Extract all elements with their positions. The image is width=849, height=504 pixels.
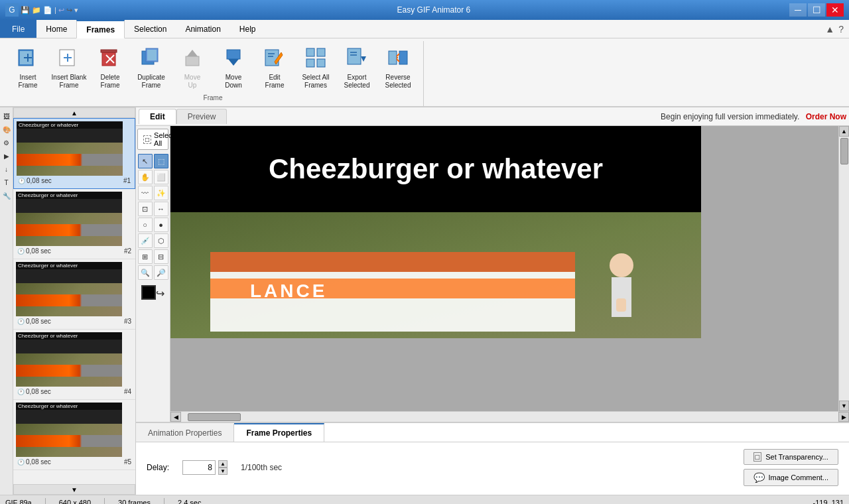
titlebar-left: G 💾 📁 📄 | ↩ ↪ ▾ (5, 3, 78, 17)
sidebar-tool-3[interactable]: ⚙ (1, 137, 13, 149)
eyedropper-tool[interactable]: 💉 (138, 233, 153, 248)
canvas-black-top: Cheezburger or whatever (170, 126, 701, 212)
move-down-button[interactable]: Move Down (214, 44, 253, 93)
sidebar-tool-4[interactable]: ▶ (1, 150, 13, 162)
scroll-thumb-h[interactable] (188, 413, 241, 421)
duplicate-frame-button[interactable]: Duplicate Frame (131, 44, 171, 93)
image-comment-button[interactable]: 💬 Image Comment... (744, 469, 838, 486)
svg-point-38 (610, 253, 633, 277)
menu-animation[interactable]: Animation (176, 20, 229, 38)
hand-tool[interactable]: ✋ (138, 170, 153, 184)
frame-item-4[interactable]: Cheezburger or whatever 🕐 0,08 sec #4 (13, 330, 135, 400)
close-button[interactable]: ✕ (826, 3, 844, 17)
tool-pair-5: ○ ● (138, 218, 168, 232)
menu-file[interactable]: File (0, 20, 36, 38)
frame-item-1[interactable]: Cheezburger or whatever 🕐 0,08 sec #1 (13, 118, 135, 189)
image-comment-label: Image Comment... (769, 473, 828, 481)
status-frames: 30 frames (118, 499, 151, 505)
svg-rect-29 (389, 51, 397, 64)
frame-properties-tab[interactable]: Frame Properties (234, 423, 324, 442)
frame-item-2[interactable]: Cheezburger or whatever 🕐 0,08 sec #2 (13, 189, 135, 259)
sidebar-tool-1[interactable]: 🖼 (1, 110, 13, 122)
status-duration: 2,4 sec (178, 499, 201, 505)
clock-icon-1: 🕐 (18, 178, 25, 184)
lasso-tool[interactable]: 〰 (138, 186, 153, 200)
status-file-type: GIF 89a (5, 499, 32, 505)
frame-num-4: #4 (124, 388, 131, 395)
sidebar-tool-5[interactable]: ↓ (1, 163, 13, 175)
frame-item-3[interactable]: Cheezburger or whatever 🕐 0,08 sec #3 (13, 259, 135, 330)
insert-blank-frame-button[interactable]: Insert Blank Frame (49, 44, 89, 93)
frames-list: Cheezburger or whatever 🕐 0,08 sec #1 Ch… (13, 118, 135, 484)
frames-scroll-up[interactable]: ▲ (13, 107, 135, 118)
preview-tab[interactable]: Preview (176, 109, 228, 124)
canvas-scrollbar-vertical[interactable]: ▲ ▼ (838, 126, 849, 411)
edit-frame-button[interactable]: Edit Frame (255, 44, 294, 93)
insert-blank-frame-label: Insert Blank Frame (52, 74, 87, 90)
sidebar-tool-6[interactable]: T (1, 176, 13, 188)
insert-frame-button[interactable]: Insert Frame (8, 44, 48, 93)
menu-selection[interactable]: Selection (125, 20, 176, 38)
delay-spin-down[interactable]: ▼ (218, 468, 228, 475)
duplicate-frame-label: Duplicate Frame (137, 74, 165, 90)
menu-help[interactable]: Help (230, 20, 265, 38)
scroll-up-arrow[interactable]: ▲ (839, 126, 849, 137)
scroll-right-arrow[interactable]: ▶ (838, 412, 849, 422)
zoom-out-tool[interactable]: 🔎 (154, 265, 168, 280)
swap-colors-arrow[interactable]: ↪ (156, 287, 164, 300)
scroll-down-arrow[interactable]: ▼ (839, 401, 849, 411)
svg-text:LANCE: LANCE (250, 281, 327, 301)
collapse-ribbon-btn[interactable]: ▲ (825, 24, 834, 34)
canvas-scrollbar-horizontal[interactable]: ◀ ▶ (170, 411, 849, 422)
transform-tool[interactable]: ⊞ (138, 249, 153, 264)
animation-properties-tab[interactable]: Animation Properties (136, 423, 234, 442)
distort-tool[interactable]: ⊟ (154, 249, 168, 264)
maximize-button[interactable]: ☐ (808, 3, 825, 17)
set-transparency-button[interactable]: □ Set Transparency... (744, 449, 838, 465)
move-tool[interactable]: ↔ (154, 202, 168, 216)
sidebar-tool-7[interactable]: 🔧 (1, 190, 13, 202)
select-all-frames-button[interactable]: Select All Frames (296, 44, 336, 93)
canvas-background: Cheezburger or whatever (170, 126, 701, 338)
rect-select-tool[interactable]: ⬜ (154, 170, 168, 184)
edit-tab[interactable]: Edit (139, 109, 176, 124)
ellipse-tool[interactable]: ○ (138, 218, 153, 232)
order-now-link[interactable]: Order Now (806, 112, 846, 121)
redo-btn[interactable]: ↪ (66, 6, 72, 15)
delay-spin-up[interactable]: ▲ (218, 460, 228, 468)
foreground-color[interactable] (141, 285, 156, 300)
help-icon[interactable]: ? (838, 24, 844, 34)
arrow-tool[interactable]: ↖ (138, 154, 153, 168)
status-coordinates: -119, 131 (813, 499, 844, 505)
canvas-wrapper[interactable]: Cheezburger or whatever (170, 126, 849, 411)
menu-frames[interactable]: Frames (76, 20, 125, 38)
sidebar-tool-2[interactable]: 🎨 (1, 123, 13, 135)
menu-home[interactable]: Home (36, 20, 76, 38)
select-tool[interactable]: ⬚ (154, 154, 168, 168)
frame-item-5[interactable]: Cheezburger or whatever 🕐 0,08 sec #5 (13, 400, 135, 470)
reverse-selected-button[interactable]: Reverse Selected (378, 44, 418, 93)
minimize-button[interactable]: ─ (789, 3, 807, 17)
frame-info-4: 🕐 0,08 sec #4 (16, 387, 133, 397)
quick-open[interactable]: 📁 (32, 6, 41, 15)
frame-thumb-2: Cheezburger or whatever (16, 192, 122, 246)
frames-scroll-down[interactable]: ▼ (13, 484, 135, 495)
erase-tool[interactable]: ⬡ (154, 233, 168, 248)
quick-new[interactable]: 📄 (43, 6, 52, 15)
delay-input[interactable] (182, 460, 216, 475)
ellipse-fill-tool[interactable]: ● (154, 218, 168, 232)
quick-save[interactable]: 💾 (21, 6, 30, 15)
delay-unit: 1/100th sec (241, 463, 282, 472)
undo-btn[interactable]: ↩ (58, 6, 64, 15)
crop-tool[interactable]: ⊡ (138, 202, 153, 216)
delete-frame-button[interactable]: Delete Frame (90, 44, 130, 93)
magic-wand-tool[interactable]: ✨ (154, 186, 168, 200)
scroll-thumb-v[interactable] (840, 138, 848, 164)
zoom-in-tool[interactable]: 🔍 (138, 265, 153, 280)
export-selected-button[interactable]: Export Selected (337, 44, 377, 93)
prop-buttons: □ Set Transparency... 💬 Image Comment... (744, 449, 838, 486)
statusbar: GIF 89a 640 x 480 30 frames 2,4 sec -119… (0, 495, 849, 504)
move-up-button[interactable]: Move Up (172, 44, 212, 93)
scroll-left-arrow[interactable]: ◀ (170, 412, 181, 422)
select-all-button[interactable]: □ Select All (137, 129, 168, 150)
